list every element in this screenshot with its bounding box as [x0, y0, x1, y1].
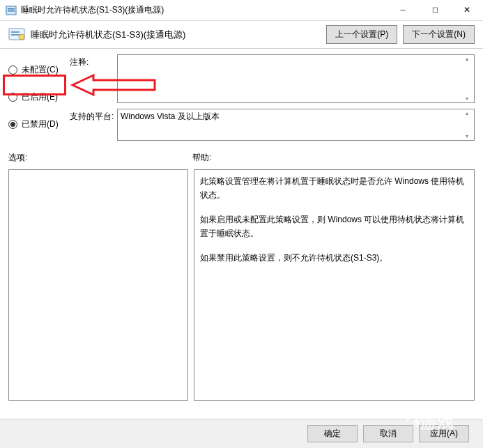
- scrollbar-icon: ▴▾: [461, 110, 473, 139]
- options-panel: [8, 169, 188, 401]
- cancel-button[interactable]: 取消: [363, 425, 413, 442]
- options-label: 选项:: [8, 152, 192, 164]
- svg-point-6: [19, 34, 24, 40]
- platform-label: 支持的平台:: [70, 109, 117, 123]
- section-labels: 选项: 帮助:: [0, 149, 483, 167]
- help-paragraph: 如果禁用此策略设置，则不允许待机状态(S1-S3)。: [200, 251, 468, 265]
- svg-rect-5: [11, 34, 20, 36]
- radio-disabled[interactable]: 已禁用(D): [8, 118, 70, 130]
- radio-label: 未配置(C): [22, 64, 59, 76]
- svg-rect-2: [8, 10, 15, 12]
- ok-button[interactable]: 确定: [307, 425, 358, 442]
- radio-icon: [8, 120, 17, 129]
- comment-label: 注释:: [70, 54, 117, 68]
- titlebar: 睡眠时允许待机状态(S1-S3)(接通电源) ─ ☐ ✕: [0, 0, 483, 21]
- help-paragraph: 此策略设置管理在将计算机置于睡眠状态时是否允许 Windows 使用待机状态。: [200, 174, 468, 203]
- platform-textarea: Windows Vista 及以上版本 ▴▾: [117, 109, 475, 141]
- comment-textarea[interactable]: ▴▾: [117, 54, 475, 103]
- dialog-footer: 确定 取消 应用(A): [0, 419, 483, 448]
- radio-enabled[interactable]: 已启用(E): [8, 91, 70, 103]
- help-label: 帮助:: [192, 152, 211, 164]
- close-button[interactable]: ✕: [451, 0, 483, 21]
- policy-large-icon: [8, 28, 25, 42]
- radio-icon: [8, 93, 17, 102]
- previous-setting-button[interactable]: 上一个设置(P): [326, 25, 397, 44]
- help-paragraph: 如果启用或未配置此策略设置，则 Windows 可以使用待机状态将计算机置于睡眠…: [200, 213, 468, 241]
- svg-rect-1: [8, 8, 15, 10]
- scrollbar-icon: ▴▾: [461, 56, 473, 102]
- radio-label: 已禁用(D): [22, 118, 59, 130]
- policy-icon: [6, 5, 17, 16]
- apply-button[interactable]: 应用(A): [419, 425, 469, 442]
- policy-name-label: 睡眠时允许待机状态(S1-S3)(接通电源): [31, 29, 321, 41]
- radio-icon: [8, 65, 17, 75]
- subheader: 睡眠时允许待机状态(S1-S3)(接通电源) 上一个设置(P) 下一个设置(N): [0, 21, 483, 49]
- radio-not-configured[interactable]: 未配置(C): [8, 64, 70, 76]
- window-title: 睡眠时允许待机状态(S1-S3)(接通电源): [21, 4, 387, 16]
- svg-rect-4: [11, 31, 20, 33]
- next-setting-button[interactable]: 下一个设置(N): [403, 25, 475, 44]
- maximize-button[interactable]: ☐: [419, 0, 451, 21]
- radio-group: 未配置(C) 已启用(E) 已禁用(D): [8, 54, 70, 146]
- help-panel: 此策略设置管理在将计算机置于睡眠状态时是否允许 Windows 使用待机状态。 …: [194, 169, 475, 401]
- radio-label: 已启用(E): [22, 91, 58, 103]
- minimize-button[interactable]: ─: [387, 0, 419, 21]
